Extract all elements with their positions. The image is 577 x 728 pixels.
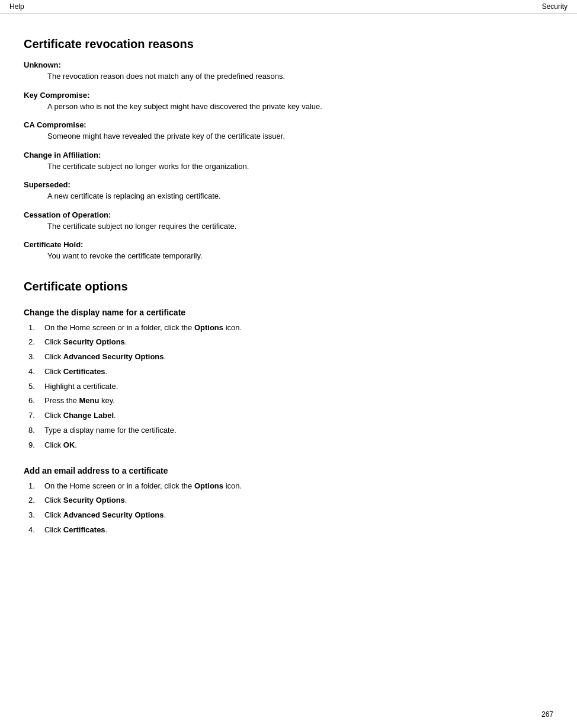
change-display-steps: 1. On the Home screen or in a folder, cl…	[24, 322, 553, 452]
header-right-label: Security	[542, 2, 568, 11]
step-num: 2.	[24, 336, 44, 349]
step-bold: Security Options	[63, 496, 125, 505]
step-bold: Security Options	[63, 337, 125, 346]
change-display-title: Change the display name for a certificat…	[24, 308, 553, 317]
step-text: Click OK.	[44, 439, 553, 452]
step-num: 6.	[24, 395, 44, 407]
term-label-cessation: Cessation of Operation:	[24, 210, 553, 219]
step-bold: Certificates	[63, 367, 105, 376]
step-num: 1.	[24, 322, 44, 334]
list-item: 1. On the Home screen or in a folder, cl…	[24, 322, 553, 334]
cert-options-title: Certificate options	[24, 280, 553, 293]
step-bold: Advanced Security Options	[63, 510, 164, 519]
term-block-ca-compromise: CA Compromise: Someone might have reveal…	[24, 120, 553, 142]
step-num: 7.	[24, 410, 44, 422]
step-text: Click Certificates.	[44, 524, 553, 537]
term-label-ca-compromise: CA Compromise:	[24, 120, 553, 129]
list-item: 3. Click Advanced Security Options.	[24, 351, 553, 363]
list-item: 5. Highlight a certificate.	[24, 381, 553, 393]
step-text: Click Advanced Security Options.	[44, 509, 553, 522]
step-num: 2.	[24, 494, 44, 507]
page-header: Help Security	[0, 0, 577, 14]
step-bold: Menu	[79, 396, 100, 405]
step-bold: Certificates	[63, 525, 105, 534]
page-number: 267	[541, 710, 553, 719]
list-item: 6. Press the Menu key.	[24, 395, 553, 407]
step-text: Click Change Label.	[44, 410, 553, 422]
term-block-change-affiliation: Change in Affiliation: The certificate s…	[24, 151, 553, 173]
step-bold: OK	[63, 440, 75, 449]
term-desc-key-compromise: A person who is not the key subject migh…	[24, 101, 553, 113]
add-email-subsection: Add an email address to a certificate 1.…	[24, 466, 553, 537]
term-desc-ca-compromise: Someone might have revealed the private …	[24, 130, 553, 142]
step-num: 9.	[24, 439, 44, 452]
step-bold: Change Label	[63, 411, 114, 420]
term-label-key-compromise: Key Compromise:	[24, 91, 553, 100]
step-bold: Advanced Security Options	[63, 352, 164, 361]
change-display-subsection: Change the display name for a certificat…	[24, 308, 553, 452]
revocation-section: Certificate revocation reasons Unknown: …	[24, 37, 553, 262]
term-block-key-compromise: Key Compromise: A person who is not the …	[24, 91, 553, 113]
term-block-cert-hold: Certificate Hold: You want to revoke the…	[24, 240, 553, 262]
main-content: Certificate revocation reasons Unknown: …	[0, 14, 577, 563]
list-item: 2. Click Security Options.	[24, 494, 553, 507]
term-label-cert-hold: Certificate Hold:	[24, 240, 553, 249]
list-item: 4. Click Certificates.	[24, 524, 553, 537]
term-desc-superseded: A new certificate is replacing an existi…	[24, 190, 553, 202]
list-item: 8. Type a display name for the certifica…	[24, 424, 553, 437]
step-num: 1.	[24, 480, 44, 493]
list-item: 9. Click OK.	[24, 439, 553, 452]
step-text: Click Advanced Security Options.	[44, 351, 553, 363]
list-item: 7. Click Change Label.	[24, 410, 553, 422]
add-email-title: Add an email address to a certificate	[24, 466, 553, 475]
step-num: 3.	[24, 351, 44, 363]
list-item: 3. Click Advanced Security Options.	[24, 509, 553, 522]
term-block-superseded: Superseded: A new certificate is replaci…	[24, 180, 553, 202]
list-item: 1. On the Home screen or in a folder, cl…	[24, 480, 553, 493]
term-desc-change-affiliation: The certificate subject no longer works …	[24, 161, 553, 173]
step-num: 3.	[24, 509, 44, 522]
step-text: Press the Menu key.	[44, 395, 553, 407]
step-text: Type a display name for the certificate.	[44, 424, 553, 437]
cert-options-section: Certificate options Change the display n…	[24, 280, 553, 537]
term-label-superseded: Superseded:	[24, 180, 553, 189]
list-item: 2. Click Security Options.	[24, 336, 553, 349]
term-desc-unknown: The revocation reason does not match any…	[24, 71, 553, 82]
step-text: On the Home screen or in a folder, click…	[44, 322, 553, 334]
step-num: 4.	[24, 524, 44, 537]
step-bold: Options	[194, 481, 223, 490]
step-text: Highlight a certificate.	[44, 381, 553, 393]
step-num: 4.	[24, 366, 44, 378]
add-email-steps: 1. On the Home screen or in a folder, cl…	[24, 480, 553, 537]
term-desc-cessation: The certificate subject no longer requir…	[24, 221, 553, 232]
term-block-unknown: Unknown: The revocation reason does not …	[24, 60, 553, 82]
revocation-title: Certificate revocation reasons	[24, 37, 553, 51]
term-desc-cert-hold: You want to revoke the certificate tempo…	[24, 250, 553, 262]
header-left-label: Help	[9, 2, 24, 11]
term-block-cessation: Cessation of Operation: The certificate …	[24, 210, 553, 232]
list-item: 4. Click Certificates.	[24, 366, 553, 378]
step-text: Click Security Options.	[44, 494, 553, 507]
step-text: Click Security Options.	[44, 336, 553, 349]
step-num: 8.	[24, 424, 44, 437]
step-num: 5.	[24, 381, 44, 393]
step-bold: Options	[194, 323, 223, 332]
step-text: On the Home screen or in a folder, click…	[44, 480, 553, 493]
term-label-change-affiliation: Change in Affiliation:	[24, 151, 553, 159]
step-text: Click Certificates.	[44, 366, 553, 378]
term-label-unknown: Unknown:	[24, 60, 553, 69]
